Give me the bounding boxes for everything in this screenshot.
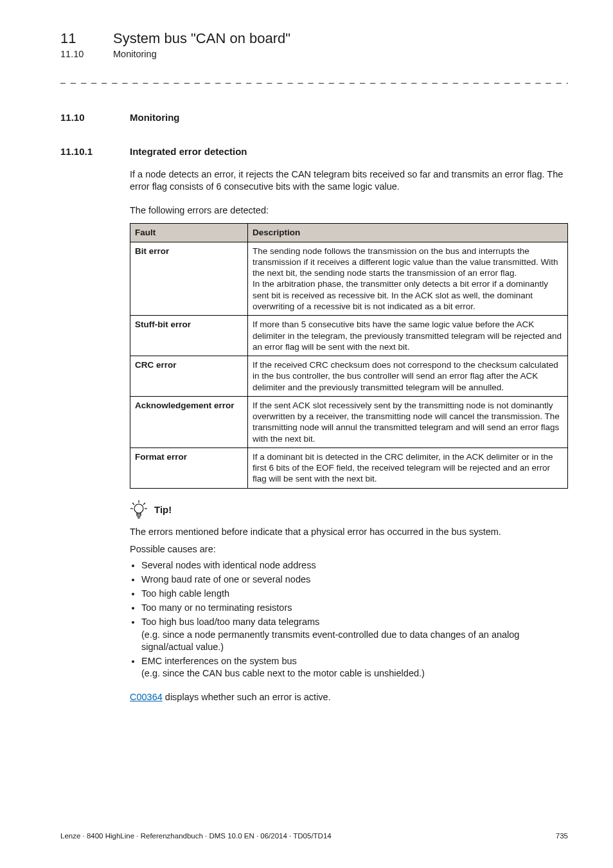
bullet-text: Too many or no terminating resistors [141,602,292,613]
section-number: 11.10 [60,49,113,59]
col-fault: Fault [130,224,248,242]
bullet-text: Wrong baud rate of one or several nodes [141,574,310,584]
fault-label: Bit error [130,242,248,316]
section-title: Monitoring [113,49,157,59]
bullet-text: EMC interferences on the system bus [141,656,297,666]
fault-desc: If the received CRC checksum does not co… [248,356,568,397]
heading-number: 11.10.1 [60,146,130,157]
svg-point-5 [134,504,143,513]
list-item: Several nodes with identical node addres… [141,559,568,572]
footer-page-number: 735 [556,832,568,840]
dashed-rule: _ _ _ _ _ _ _ _ _ _ _ _ _ _ _ _ _ _ _ _ … [60,73,568,84]
fault-desc: If the sent ACK slot recessively sent by… [248,396,568,448]
fault-label: Acknowledgement error [130,396,248,448]
chapter-heading: 11System bus "CAN on board" [60,30,568,48]
chapter-title: System bus "CAN on board" [113,30,290,46]
svg-line-1 [132,503,134,505]
table-row: Bit error The sending node follows the t… [130,242,568,316]
chapter-number: 11 [60,30,113,48]
list-item: Too high cable length [141,588,568,600]
table-row: Acknowledgement error If the sent ACK sl… [130,396,568,448]
fault-desc: If a dominant bit is detected in the CRC… [248,448,568,488]
fault-desc: If more than 5 consecutive bits have the… [248,316,568,356]
fault-table: Fault Description Bit error The sending … [130,223,568,488]
fault-label: CRC error [130,356,248,397]
bullet-text: Too high cable length [141,588,229,599]
table-header-row: Fault Description [130,224,568,242]
list-item: Too high bus load/too many data telegram… [141,616,568,653]
closing-paragraph: C00364 displays whether such an error is… [130,691,568,703]
closing-text: displays whether such an error is active… [163,692,331,702]
tip-line1: The errors mentioned before indicate tha… [130,526,568,538]
footer-left: Lenze · 8400 HighLine · Referenzhandbuch… [60,832,332,840]
list-item: Wrong baud rate of one or several nodes [141,574,568,586]
code-link[interactable]: C00364 [130,692,163,702]
tip-line2: Possible causes are: [130,543,568,556]
table-row: CRC error If the received CRC checksum d… [130,356,568,397]
heading-monitoring: 11.10 Monitoring [60,112,568,123]
fault-label: Format error [130,448,248,488]
list-item: EMC interferences on the system bus (e.g… [141,655,568,680]
heading-integrated-error-detection: 11.10.1 Integrated error detection [60,146,568,157]
tip-bullet-list: Several nodes with identical node addres… [130,559,568,680]
table-row: Format error If a dominant bit is detect… [130,448,568,488]
heading-title: Integrated error detection [130,146,247,157]
page-footer: Lenze · 8400 HighLine · Referenzhandbuch… [60,832,568,840]
col-description: Description [248,224,568,242]
tip-heading: Tip! [130,500,568,520]
heading-title: Monitoring [130,112,179,123]
section-heading: 11.10Monitoring [60,49,568,59]
table-lead: The following errors are detected: [130,204,568,217]
intro-paragraph: If a node detects an error, it rejects t… [130,168,568,193]
table-row: Stuff-bit error If more than 5 consecuti… [130,316,568,356]
bullet-subtext: (e.g. since a node permanently transmits… [141,629,568,653]
fault-label: Stuff-bit error [130,316,248,356]
fault-desc: The sending node follows the transmissio… [248,242,568,316]
svg-line-2 [143,503,145,505]
lightbulb-icon [130,500,148,520]
bullet-text: Too high bus load/too many data telegram… [141,617,319,627]
bullet-text: Several nodes with identical node addres… [141,560,316,570]
bullet-subtext: (e.g. since the CAN bus cable next to th… [141,667,568,680]
heading-number: 11.10 [60,112,130,123]
list-item: Too many or no terminating resistors [141,602,568,614]
tip-label: Tip! [154,504,172,515]
